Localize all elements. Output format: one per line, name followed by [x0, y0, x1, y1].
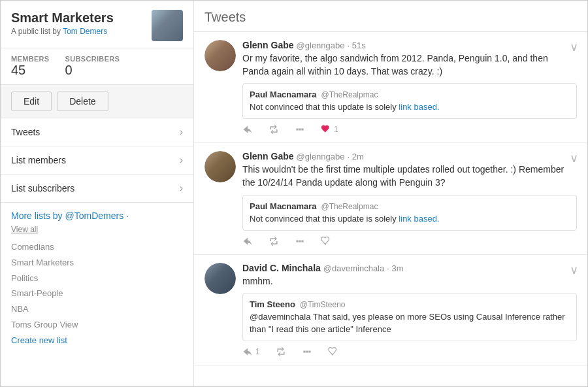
tweet-content: Glenn Gabe @glenngabe · 2m This wouldn't… — [242, 151, 577, 246]
like-button[interactable]: 1 — [321, 124, 338, 135]
list-subtitle: A public list by Tom Demers — [11, 27, 114, 36]
tweets-list: Glenn Gabe @glenngabe · 51s Or my favori… — [194, 32, 587, 365]
delete-button[interactable]: Delete — [57, 92, 108, 111]
list-links: Comedians Smart Marketers Politics Smart… — [11, 241, 183, 348]
reply-icon — [242, 236, 253, 246]
members-stat: MEMBERS 45 — [11, 55, 50, 78]
view-all-link[interactable]: View all — [11, 225, 183, 234]
tweet-header: Glenn Gabe @glenngabe · 51s — [242, 40, 577, 50]
quoted-link[interactable]: link based. — [399, 102, 439, 112]
reply-button[interactable]: 1 — [242, 346, 260, 357]
edit-button[interactable]: Edit — [11, 92, 52, 111]
more-lists-title: More lists by @TomDemers · — [11, 210, 183, 221]
table-row: Glenn Gabe @glenngabe · 51s Or my favori… — [194, 32, 587, 143]
tweet-actions — [242, 236, 577, 246]
quoted-handle: @TheRealpmac — [321, 90, 378, 99]
tweet-time: · 2m — [348, 152, 364, 161]
quoted-name: Paul Macnamara — [250, 90, 317, 99]
more-button[interactable] — [295, 124, 305, 135]
like-icon — [321, 236, 331, 246]
like-button[interactable] — [328, 346, 338, 357]
retweet-icon — [269, 124, 279, 135]
members-value: 45 — [11, 63, 50, 78]
avatar-image — [204, 263, 236, 294]
dropdown-button[interactable]: ∨ — [570, 151, 578, 165]
nav-list-members-label: List members — [11, 155, 66, 165]
avatar-image — [204, 40, 236, 71]
reply-icon — [242, 346, 253, 357]
quoted-name: Paul Macnamara — [250, 201, 317, 211]
list-link-nba[interactable]: NBA — [11, 303, 183, 316]
main-header: Tweets — [194, 1, 587, 32]
quoted-name: Tim Steeno — [250, 299, 295, 309]
list-title: Smart Marketers — [11, 10, 114, 25]
list-info: Smart Marketers A public list by Tom Dem… — [11, 10, 114, 36]
retweet-icon — [269, 236, 279, 246]
nav-item-list-members[interactable]: List members › — [1, 146, 193, 175]
tweet-time: · 51s — [348, 41, 366, 50]
tweet-actions: 1 — [242, 346, 577, 357]
list-link-comedians[interactable]: Comedians — [11, 241, 183, 254]
tweet-handle: @daveminchala — [323, 263, 384, 273]
stats-row: MEMBERS 45 SUBSCRIBERS 0 — [1, 48, 193, 85]
tweet-time: · 3m — [387, 263, 403, 273]
tweet-handle: @glenngabe — [297, 41, 345, 50]
subscribers-label: SUBSCRIBERS — [65, 55, 120, 63]
list-link-smart-people[interactable]: Smart-People — [11, 287, 183, 301]
chevron-right-icon: › — [180, 154, 183, 166]
tweet-name: Glenn Gabe — [242, 151, 294, 161]
retweet-button[interactable] — [276, 346, 286, 357]
nav-list: Tweets › List members › List subscribers… — [1, 118, 193, 203]
subscribers-value: 0 — [65, 63, 120, 78]
tweet-text: This wouldn't be the first time multiple… — [242, 163, 577, 189]
list-author-link[interactable]: Tom Demers — [63, 27, 107, 36]
avatar — [204, 151, 236, 182]
more-icon — [295, 124, 305, 135]
actions-row: Edit Delete — [1, 85, 193, 118]
avatar-image — [204, 151, 236, 182]
quoted-handle: @TimSteeno — [300, 300, 346, 309]
more-button[interactable] — [295, 236, 305, 246]
more-button[interactable] — [302, 346, 312, 357]
table-row: David C. Minchala @daveminchala · 3m mmh… — [194, 255, 587, 365]
list-link-smart-marketers[interactable]: Smart Marketers — [11, 256, 183, 270]
main-title: Tweets — [204, 10, 577, 25]
chevron-right-icon: › — [180, 182, 183, 194]
quoted-text: Not convinced that this update is solely… — [250, 101, 570, 113]
like-icon — [321, 124, 331, 135]
avatar — [204, 40, 236, 71]
list-link-toms-group-view[interactable]: Toms Group View — [11, 318, 183, 332]
tweet-name: Glenn Gabe — [242, 40, 294, 50]
tweet-text: mmhm. — [242, 275, 577, 288]
table-row: Glenn Gabe @glenngabe · 2m This wouldn't… — [194, 143, 587, 254]
quoted-link[interactable]: link based. — [399, 214, 439, 224]
tweet-header: Glenn Gabe @glenngabe · 2m — [242, 151, 577, 161]
tweet-content: Glenn Gabe @glenngabe · 51s Or my favori… — [242, 40, 577, 135]
dropdown-button[interactable]: ∨ — [570, 263, 578, 277]
quoted-tweet: Tim Steeno @TimSteeno @daveminchala That… — [242, 293, 577, 341]
create-new-list-link[interactable]: Create new list — [11, 334, 183, 348]
reply-button[interactable] — [242, 236, 253, 246]
sidebar-header: Smart Marketers A public list by Tom Dem… — [1, 1, 193, 48]
reply-count: 1 — [255, 347, 260, 356]
quoted-tweet: Paul Macnamara @TheRealpmac Not convince… — [242, 195, 577, 231]
subscribers-stat: SUBSCRIBERS 0 — [65, 55, 120, 78]
members-label: MEMBERS — [11, 55, 50, 63]
reply-button[interactable] — [242, 124, 253, 135]
more-lists-author: @TomDemers — [65, 210, 123, 221]
nav-item-list-subscribers[interactable]: List subscribers › — [1, 175, 193, 202]
list-link-politics[interactable]: Politics — [11, 272, 183, 286]
retweet-button[interactable] — [269, 124, 279, 135]
like-icon — [328, 346, 338, 357]
retweet-button[interactable] — [269, 236, 279, 246]
dropdown-button[interactable]: ∨ — [570, 40, 578, 54]
sidebar: Smart Marketers A public list by Tom Dem… — [1, 1, 194, 386]
quoted-handle: @TheRealpmac — [321, 202, 378, 211]
chevron-right-icon: › — [180, 126, 183, 138]
reply-icon — [242, 124, 253, 135]
tweet-handle: @glenngabe — [297, 152, 345, 161]
retweet-icon — [276, 346, 286, 357]
quoted-text: Not convinced that this update is solely… — [250, 213, 570, 225]
like-button[interactable] — [321, 236, 331, 246]
nav-item-tweets[interactable]: Tweets › — [1, 118, 193, 146]
